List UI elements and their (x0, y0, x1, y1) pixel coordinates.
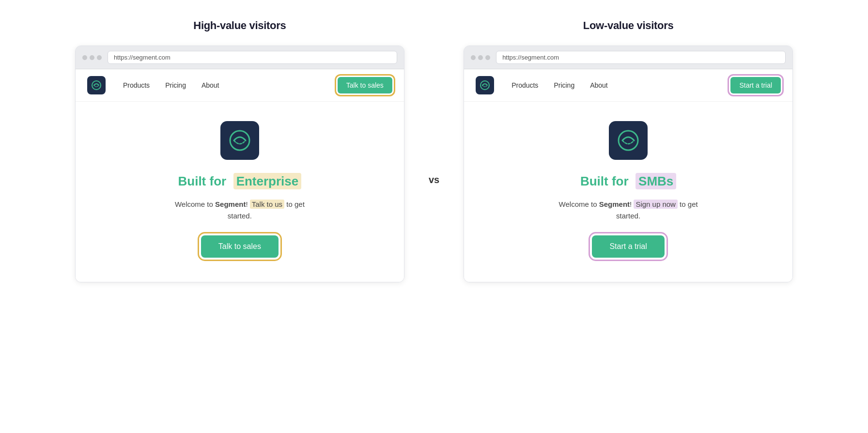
nav-cta-button-right[interactable]: Start a trial (730, 77, 781, 93)
subtext-highlight-right: Sign up now (634, 200, 678, 209)
headline-prefix-left: Built for (178, 174, 227, 188)
cta-wrapper-left: Talk to sales (201, 235, 279, 258)
nav-cta-highlight-left: Talk to sales (338, 77, 392, 93)
nav-about-left: About (202, 81, 219, 89)
subtext-before-right: Welcome to (559, 200, 599, 208)
svg-point-1 (230, 131, 249, 150)
headline-highlight-left: Enterprise (233, 173, 302, 189)
high-value-browser: https://segment.com Products Pricing (75, 46, 404, 282)
site-headline-right: Built for SMBs (580, 173, 676, 190)
high-value-title: High-value visitors (193, 19, 286, 32)
low-value-browser: https://segment.com Products Pricing (464, 46, 793, 282)
dot-red-r (471, 55, 476, 60)
cta-wrapper-right: Start a trial (592, 235, 664, 258)
nav-about-right: About (590, 81, 608, 89)
browser-chrome-left: https://segment.com (76, 46, 404, 69)
subtext-highlight-left: Talk to us (250, 200, 284, 209)
nav-pricing-right: Pricing (554, 81, 574, 89)
segment-logo-left (87, 76, 106, 94)
browser-content-left: Products Pricing About Talk to sales (76, 69, 404, 282)
subtext-bold-left: Segment (215, 200, 246, 208)
headline-highlight-right: SMBs (636, 173, 676, 189)
vs-label: vs (429, 174, 439, 186)
high-value-side: High-value visitors https://segment.com (65, 19, 414, 282)
main-cta-button-right[interactable]: Start a trial (592, 235, 664, 258)
comparison-container: High-value visitors https://segment.com (22, 19, 846, 282)
nav-links-left: Products Pricing About (123, 81, 328, 89)
svg-point-3 (619, 131, 638, 150)
dot-yellow (90, 55, 94, 60)
brand-logo-right (609, 121, 648, 160)
browser-dots-left (82, 55, 102, 60)
vs-divider: vs (414, 174, 454, 186)
site-nav-left: Products Pricing About Talk to sales (76, 69, 404, 102)
dot-yellow-r (478, 55, 483, 60)
nav-products-left: Products (123, 81, 150, 89)
site-nav-right: Products Pricing About Start a trial (464, 69, 792, 102)
brand-logo-left (220, 121, 259, 160)
svg-point-0 (92, 81, 101, 90)
low-value-title: Low-value visitors (583, 19, 674, 32)
subtext-bold-right: Segment (599, 200, 630, 208)
browser-url-right: https://segment.com (496, 51, 786, 64)
subtext-before-left: Welcome to (175, 200, 215, 208)
browser-url-left: https://segment.com (108, 51, 397, 64)
browser-chrome-right: https://segment.com (464, 46, 792, 69)
nav-links-right: Products Pricing About (512, 81, 721, 89)
dot-green-r (485, 55, 490, 60)
browser-content-right: Products Pricing About Start a trial (464, 69, 792, 282)
headline-prefix-right: Built for (580, 174, 629, 188)
main-cta-button-left[interactable]: Talk to sales (201, 235, 279, 258)
site-main-left: Built for Enterprise Welcome to Segment!… (76, 102, 404, 282)
svg-point-2 (480, 81, 489, 90)
site-subtext-left: Welcome to Segment! Talk to us to get st… (162, 199, 317, 222)
nav-products-right: Products (512, 81, 538, 89)
segment-logo-right (476, 76, 494, 94)
nav-cta-button-left[interactable]: Talk to sales (338, 77, 392, 93)
dot-green (97, 55, 102, 60)
site-main-right: Built for SMBs Welcome to Segment! Sign … (464, 102, 792, 282)
subtext-after-left: ! (246, 200, 249, 208)
site-subtext-right: Welcome to Segment! Sign up now to get s… (551, 199, 706, 222)
low-value-side: Low-value visitors https://segment.com (454, 19, 803, 282)
dot-red (82, 55, 87, 60)
site-headline-left: Built for Enterprise (178, 173, 302, 190)
browser-dots-right (471, 55, 490, 60)
nav-pricing-left: Pricing (165, 81, 186, 89)
nav-cta-highlight-right: Start a trial (730, 77, 781, 93)
